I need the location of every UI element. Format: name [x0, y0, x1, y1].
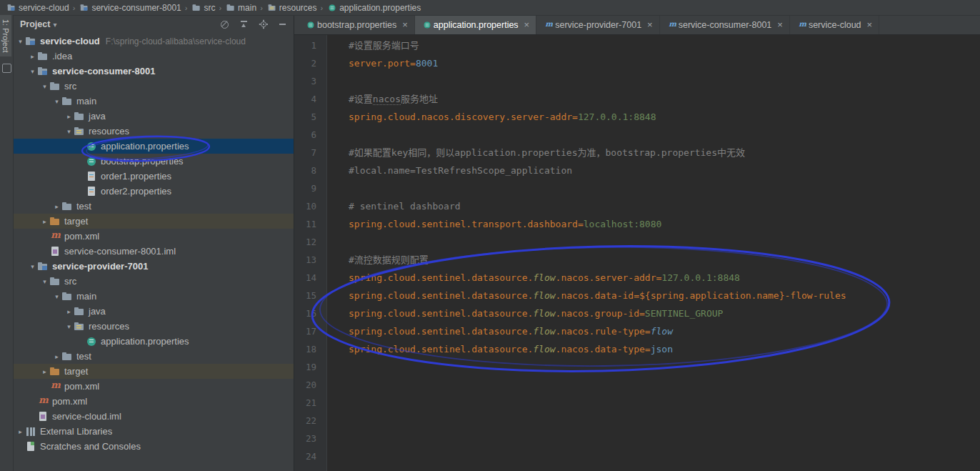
tree-item-pom-xml[interactable]: pom.xml	[13, 229, 294, 244]
chevron-expanded-icon[interactable]: ▾	[28, 68, 37, 75]
code-line-6[interactable]	[349, 126, 980, 144]
settings-gear-icon[interactable]	[258, 19, 269, 30]
chevron-expanded-icon[interactable]: ▾	[52, 98, 61, 105]
close-tab-icon[interactable]: ×	[777, 20, 783, 29]
code-line-1[interactable]: #设置服务端口号	[349, 36, 980, 54]
tree-item-target[interactable]: ▸target	[13, 214, 294, 229]
chevron-collapsed-icon[interactable]: ▸	[64, 308, 74, 315]
chevron-expanded-icon[interactable]: ▾	[52, 293, 61, 300]
close-tab-icon[interactable]: ×	[402, 20, 408, 29]
code-line-16[interactable]: spring.cloud.sentinel.datasource.flow.na…	[349, 304, 980, 322]
close-tab-icon[interactable]: ×	[867, 20, 873, 29]
chevron-collapsed-icon[interactable]: ▸	[40, 368, 49, 375]
editor-tab-service-cloud[interactable]: service-cloud×	[790, 15, 879, 34]
file-icon	[86, 186, 97, 197]
chevron-expanded-icon[interactable]: ▾	[40, 278, 49, 285]
chevron-collapsed-icon[interactable]: ▸	[16, 428, 25, 435]
tree-item-java[interactable]: ▸java	[13, 109, 294, 124]
code-line-22[interactable]	[349, 412, 980, 430]
tree-item-src[interactable]: ▾src	[13, 79, 294, 94]
breadcrumb-item-main[interactable]: main	[224, 2, 258, 14]
code-line-14[interactable]: spring.cloud.sentinel.datasource.flow.na…	[349, 269, 980, 287]
collapse-all-icon[interactable]	[239, 19, 249, 30]
code-line-19[interactable]	[349, 358, 980, 376]
tree-item-bootstrap-properties[interactable]: bootstrap.properties	[13, 154, 294, 169]
code-line-11[interactable]: spring.cloud.sentinel.transport.dashboar…	[349, 215, 980, 233]
code-line-8[interactable]: #local.name=TestRefreshScope_application	[349, 162, 980, 179]
chevron-collapsed-icon[interactable]: ▸	[52, 203, 61, 210]
breadcrumb-item-service-cloud[interactable]: service-cloud	[4, 2, 71, 14]
tree-item-resources[interactable]: ▾resources	[13, 319, 294, 334]
tree-item-order1-properties[interactable]: order1.properties	[13, 169, 294, 184]
code-line-12[interactable]	[349, 233, 980, 251]
tree-item-application-properties[interactable]: application.properties	[13, 334, 294, 349]
code-line-10[interactable]: # sentinel dashboard	[349, 197, 980, 215]
code-line-17[interactable]: spring.cloud.sentinel.datasource.flow.na…	[349, 322, 980, 340]
code-line-21[interactable]	[349, 394, 980, 412]
tool-stripe-icon[interactable]	[2, 64, 11, 73]
close-tab-icon[interactable]: ×	[524, 20, 530, 29]
project-tool-window-button[interactable]: 1: Project	[0, 15, 11, 56]
tree-item-java[interactable]: ▸java	[13, 304, 294, 319]
code-line-3[interactable]	[349, 72, 980, 90]
code-line-13[interactable]: #流控数据规则配置	[349, 251, 980, 269]
code-line-20[interactable]	[349, 376, 980, 394]
code-line-9[interactable]	[349, 179, 980, 197]
line-number: 4	[294, 90, 316, 108]
tree-item-service-consumer-8001-iml[interactable]: service-consumer-8001.iml	[13, 244, 294, 259]
code-line-25[interactable]	[349, 465, 980, 471]
tree-item-src[interactable]: ▾src	[13, 274, 294, 289]
code-line-7[interactable]: #如果配置key相同，则以application.properties为准，bo…	[349, 144, 980, 162]
chevron-collapsed-icon[interactable]: ▸	[52, 353, 61, 360]
code-line-5[interactable]: spring.cloud.nacos.discovery.server-addr…	[349, 108, 980, 126]
code-token: #如果配置key相同，则以application.properties为准，bo…	[349, 147, 745, 158]
tree-item-target[interactable]: ▸target	[13, 364, 294, 379]
chevron-expanded-icon[interactable]: ▾	[28, 263, 37, 270]
chevron-expanded-icon[interactable]: ▾	[16, 38, 25, 45]
code-line-4[interactable]: #设置nacos服务地址	[349, 90, 980, 108]
code-editor[interactable]: #设置服务端口号server.port=8001#设置nacos服务地址spri…	[327, 35, 980, 471]
breadcrumb-item-service-consumer-8001[interactable]: service-consumer-8001	[77, 2, 182, 14]
chevron-collapsed-icon[interactable]: ▸	[64, 113, 74, 120]
tree-item-service-consumer-8001[interactable]: ▾service-consumer-8001	[13, 64, 294, 79]
chevron-collapsed-icon[interactable]: ▸	[28, 53, 37, 60]
chevron-expanded-icon[interactable]: ▾	[64, 323, 74, 330]
close-tab-icon[interactable]: ×	[647, 20, 653, 29]
editor-tab-service-provider-7001[interactable]: service-provider-7001×	[536, 15, 659, 34]
tree-item-idea[interactable]: ▸.idea	[13, 49, 294, 64]
code-line-15[interactable]: spring.cloud.sentinel.datasource.flow.na…	[349, 287, 980, 304]
chevron-collapsed-icon[interactable]: ▸	[40, 218, 49, 225]
breadcrumb-item-application-properties[interactable]: application.properties	[325, 2, 422, 14]
tree-item-pom-xml[interactable]: pom.xml	[13, 394, 294, 409]
tree-item-service-cloud[interactable]: ▾service-cloudF:\spring-cloud-alibaba\se…	[13, 34, 294, 49]
tree-item-service-provider-7001[interactable]: ▾service-provider-7001	[13, 259, 294, 274]
breadcrumb-item-src[interactable]: src	[189, 2, 216, 14]
hide-panel-icon[interactable]	[277, 19, 288, 30]
line-number: 6	[294, 126, 316, 144]
tree-item-application-properties[interactable]: application.properties	[13, 139, 294, 154]
tree-item-resources[interactable]: ▾resources	[13, 124, 294, 139]
tree-item-service-cloud-iml[interactable]: service-cloud.iml	[13, 409, 294, 424]
code-line-18[interactable]: spring.cloud.sentinel.datasource.flow.na…	[349, 340, 980, 358]
tree-item-test[interactable]: ▸test	[13, 349, 294, 364]
tree-item-order2-properties[interactable]: order2.properties	[13, 184, 294, 199]
tree-item-external-libraries[interactable]: ▸External Libraries	[13, 424, 294, 439]
chevron-expanded-icon[interactable]: ▾	[40, 83, 49, 90]
tree-item-scratches-and-consoles[interactable]: Scratches and Consoles	[13, 439, 294, 454]
tree-item-test[interactable]: ▸test	[13, 199, 294, 214]
editor-tab-service-consumer-8001[interactable]: service-consumer-8001×	[660, 15, 790, 34]
panel-toolbar	[211, 19, 288, 30]
chevron-down-icon[interactable]: ▾	[53, 21, 56, 29]
tree-item-main[interactable]: ▾main	[13, 94, 294, 109]
slash-circle-icon[interactable]	[219, 19, 230, 30]
code-line-23[interactable]	[349, 430, 980, 447]
tree-item-pom-xml[interactable]: pom.xml	[13, 379, 294, 394]
project-panel-title[interactable]: Project	[20, 19, 50, 29]
tree-item-main[interactable]: ▾main	[13, 289, 294, 304]
code-line-2[interactable]: server.port=8001	[349, 54, 980, 72]
code-line-24[interactable]	[349, 447, 980, 465]
editor-tab-application-properties[interactable]: application.properties×	[415, 15, 536, 34]
breadcrumb-item-resources[interactable]: resources	[265, 2, 319, 14]
editor-tab-bootstrap-properties[interactable]: bootstrap.properties×	[299, 15, 415, 34]
chevron-expanded-icon[interactable]: ▾	[64, 128, 74, 135]
